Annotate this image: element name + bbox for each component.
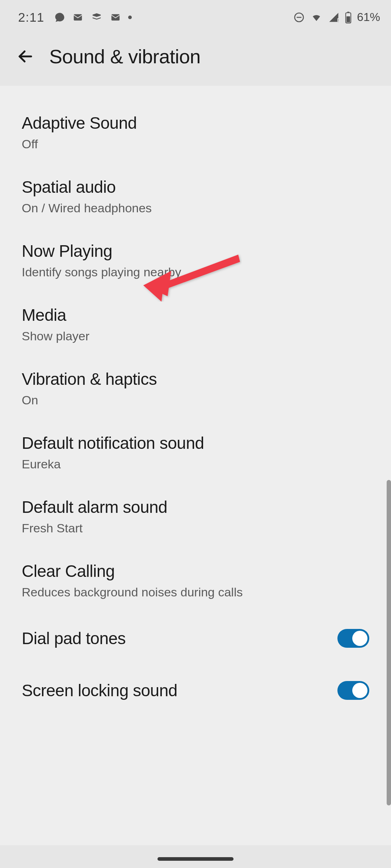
signal-icon: ! [328,12,340,23]
svg-rect-7 [347,12,349,13]
setting-title: Vibration & haptics [22,369,369,389]
back-button[interactable] [14,46,36,67]
setting-title: Spatial audio [22,177,369,197]
svg-rect-8 [346,16,350,22]
svg-text:!: ! [338,18,339,22]
setting-subtitle: On / Wired headphones [22,201,369,215]
setting-default-notification-sound[interactable]: Default notification sound Eureka [0,420,391,484]
app-icon [91,12,103,23]
svg-rect-0 [74,14,82,21]
status-bar-left: 2:11 [18,10,132,25]
setting-title: Default notification sound [22,433,369,453]
setting-subtitle: Eureka [22,457,369,471]
setting-title: Now Playing [22,241,369,261]
setting-subtitle: Show player [22,329,369,343]
setting-spatial-audio[interactable]: Spatial audio On / Wired headphones [0,164,391,228]
mail-icon-2 [109,12,122,23]
setting-now-playing[interactable]: Now Playing Identify songs playing nearb… [0,228,391,292]
setting-title: Dial pad tones [22,629,126,648]
setting-dial-pad-tones[interactable]: Dial pad tones [0,612,391,664]
setting-vibration-haptics[interactable]: Vibration & haptics On [0,356,391,420]
setting-default-alarm-sound[interactable]: Default alarm sound Fresh Start [0,484,391,548]
setting-subtitle: Reduces background noises during calls [22,585,369,599]
setting-subtitle: On [22,393,369,407]
dnd-icon [293,12,305,23]
setting-subtitle: Off [22,137,369,151]
settings-list[interactable]: Adaptive Sound Off Spatial audio On / Wi… [0,86,391,845]
mail-icon [72,12,84,23]
setting-subtitle: Identify songs playing nearby [22,265,369,279]
setting-subtitle: Fresh Start [22,521,369,535]
setting-media[interactable]: Media Show player [0,292,391,356]
home-indicator[interactable] [157,857,234,861]
more-notifications-dot [128,16,132,19]
setting-title: Screen locking sound [22,681,177,700]
svg-rect-1 [112,14,120,21]
setting-adaptive-sound[interactable]: Adaptive Sound Off [0,100,391,164]
app-bar: Sound & vibration [0,34,391,86]
setting-clear-calling[interactable]: Clear Calling Reduces background noises … [0,548,391,612]
arrow-left-icon [17,48,34,65]
toggle-dial-pad-tones[interactable] [337,629,369,648]
status-time: 2:11 [18,10,44,25]
scrollbar[interactable] [387,480,391,805]
page-title: Sound & vibration [49,45,201,68]
setting-title: Default alarm sound [22,497,369,517]
setting-title: Adaptive Sound [22,113,369,133]
status-bar-right: ! 61% [293,10,380,24]
chat-icon [54,12,65,23]
toggle-screen-locking-sound[interactable] [337,681,369,700]
battery-percentage: 61% [357,10,380,24]
wifi-icon [310,12,323,23]
status-bar: 2:11 ! 61% [0,0,391,34]
setting-title: Media [22,305,369,325]
setting-title: Clear Calling [22,561,369,581]
setting-screen-locking-sound[interactable]: Screen locking sound [0,664,391,716]
battery-icon [345,11,352,24]
